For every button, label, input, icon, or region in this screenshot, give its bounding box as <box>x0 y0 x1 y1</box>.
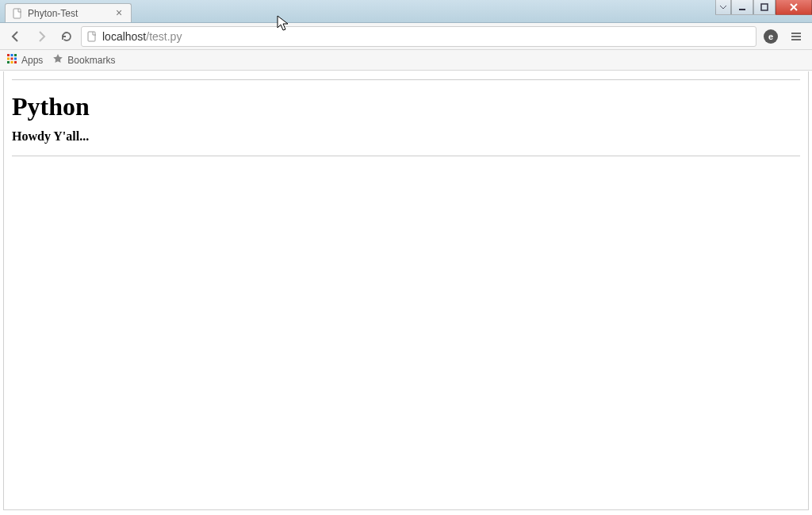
hamburger-icon <box>790 30 802 43</box>
browser-toolbar: localhost/test.py e <box>0 23 812 50</box>
svg-rect-8 <box>11 58 13 60</box>
forward-button[interactable] <box>30 25 52 48</box>
browser-tab-active[interactable]: Phyton-Test × <box>5 3 132 22</box>
svg-rect-9 <box>14 58 17 60</box>
bookmarks-label: Bookmarks <box>67 55 115 66</box>
page-subheading: Howdy Y'all... <box>12 129 800 144</box>
browser-tab-inactive[interactable] <box>241 3 363 22</box>
window-maximize-button[interactable] <box>753 0 776 15</box>
profile-avatar: e <box>764 29 778 44</box>
bookmarks-bar: Apps Bookmarks <box>0 50 812 71</box>
url-text: localhost/test.py <box>102 30 182 43</box>
url-path: /test.py <box>146 30 182 43</box>
divider <box>12 156 800 156</box>
address-bar[interactable]: localhost/test.py <box>81 26 756 47</box>
apps-shortcut[interactable]: Apps <box>6 53 43 67</box>
bookmarks-shortcut[interactable]: Bookmarks <box>52 53 115 67</box>
tab-close-icon[interactable]: × <box>113 8 124 19</box>
svg-rect-6 <box>14 54 17 56</box>
page-heading: Python <box>12 92 800 121</box>
tab-title: Phyton-Test <box>28 8 109 19</box>
svg-rect-10 <box>7 61 10 63</box>
window-close-button[interactable] <box>776 0 812 15</box>
svg-rect-11 <box>11 61 13 63</box>
profile-button[interactable]: e <box>760 25 782 48</box>
page-viewport: Python Howdy Y'all... <box>3 71 809 510</box>
svg-rect-3 <box>88 32 95 41</box>
page-icon <box>12 8 23 19</box>
apps-label: Apps <box>21 55 43 66</box>
svg-rect-2 <box>761 4 768 10</box>
divider <box>12 79 800 80</box>
browser-tab-inactive[interactable] <box>357 3 479 22</box>
back-button[interactable] <box>5 25 27 48</box>
browser-tab-inactive[interactable] <box>473 3 595 22</box>
svg-rect-1 <box>739 9 745 10</box>
star-icon <box>52 53 63 67</box>
window-titlebar: Phyton-Test × <box>0 0 812 23</box>
menu-button[interactable] <box>785 25 807 48</box>
url-host: localhost <box>102 30 146 43</box>
browser-tab-inactive[interactable] <box>125 3 247 22</box>
window-dropdown-button[interactable] <box>715 0 731 15</box>
svg-rect-12 <box>14 61 17 63</box>
svg-rect-4 <box>7 54 10 56</box>
svg-rect-5 <box>11 54 13 56</box>
tab-strip: Phyton-Test × <box>5 2 595 22</box>
svg-rect-0 <box>13 9 21 18</box>
svg-rect-7 <box>7 58 10 60</box>
apps-icon <box>6 53 17 67</box>
reload-button[interactable] <box>56 25 78 48</box>
window-minimize-button[interactable] <box>731 0 753 15</box>
window-controls <box>715 0 812 16</box>
page-icon <box>86 31 98 42</box>
